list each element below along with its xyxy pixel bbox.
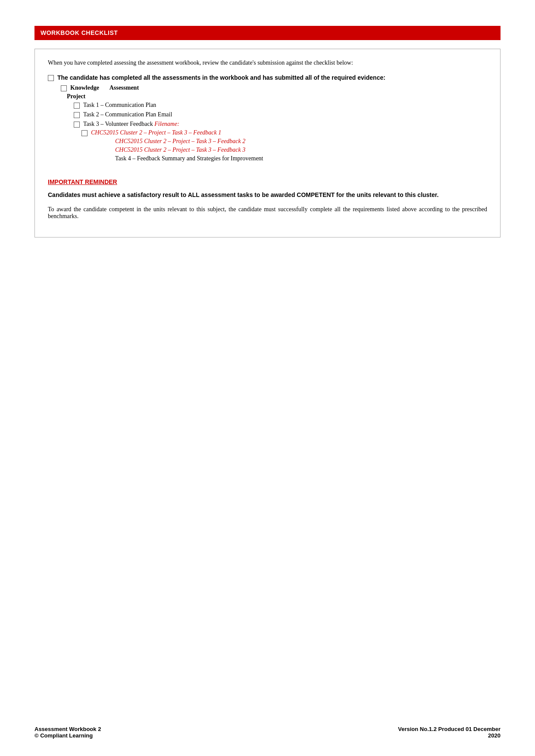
reminder-normal-text: To award the candidate competent in the … <box>48 206 487 220</box>
knowledge-row: Knowledge Assessment <box>61 84 487 91</box>
task3-file-checkbox[interactable] <box>81 130 88 136</box>
main-checkbox-row: The candidate has completed all the asse… <box>48 74 487 81</box>
task2-row: Task 2 – Communication Plan Email <box>74 111 487 118</box>
footer-right: Version No.1.2 Produced 01 December 2020 <box>398 726 501 739</box>
task3-file-checkbox-row: CHC52015 Cluster 2 – Project – Task 3 – … <box>81 129 487 136</box>
main-checkbox[interactable] <box>48 75 54 81</box>
task3-checkbox[interactable] <box>74 122 80 128</box>
task3-row: Task 3 – Volunteer Feedback Filename: <box>74 121 487 128</box>
workbook-checklist-header: WORKBOOK CHECKLIST <box>34 26 501 40</box>
footer: Assessment Workbook 2 © Compliant Learni… <box>34 726 501 739</box>
footer-left-line1: Assessment Workbook 2 <box>34 726 101 732</box>
important-reminder-section: IMPORTANT REMINDER Candidates must achie… <box>48 178 487 220</box>
footer-right-line1: Version No.1.2 Produced 01 December <box>398 726 501 732</box>
task2-label: Task 2 – Communication Plan Email <box>83 111 172 118</box>
task3-file2-row: CHC52015 Cluster 2 – Project – Task 3 – … <box>115 138 487 145</box>
footer-left: Assessment Workbook 2 © Compliant Learni… <box>34 726 101 739</box>
footer-right-line2: 2020 <box>398 732 501 739</box>
task4-label: Task 4 – Feedback Summary and Strategies… <box>115 155 263 162</box>
task1-row: Task 1 – Communication Plan <box>74 102 487 109</box>
task3-files-block: CHC52015 Cluster 2 – Project – Task 3 – … <box>81 129 487 162</box>
project-row: Project <box>61 93 487 100</box>
project-label: Project <box>61 93 85 100</box>
page: WORKBOOK CHECKLIST When you have complet… <box>0 0 535 756</box>
task3-file2: CHC52015 Cluster 2 – Project – Task 3 – … <box>115 138 245 144</box>
workbook-checklist-title: WORKBOOK CHECKLIST <box>41 29 118 36</box>
task3-file3: CHC52015 Cluster 2 – Project – Task 3 – … <box>115 147 245 153</box>
task3-label: Task 3 – Volunteer Feedback Filename: <box>83 121 179 128</box>
reminder-bold-text: Candidates must achieve a satisfactory r… <box>48 191 487 198</box>
main-label: The candidate has completed all the asse… <box>57 74 385 81</box>
checklist-box: When you have completed assessing the as… <box>34 49 501 237</box>
task2-checkbox[interactable] <box>74 112 80 118</box>
task3-file1: CHC52015 Cluster 2 – Project – Task 3 – … <box>91 129 221 136</box>
knowledge-checkbox[interactable] <box>61 85 67 91</box>
task1-label: Task 1 – Communication Plan <box>83 102 156 109</box>
task3-file3-row: CHC52015 Cluster 2 – Project – Task 3 – … <box>115 147 487 153</box>
knowledge-label: Knowledge Assessment <box>70 84 139 91</box>
intro-text: When you have completed assessing the as… <box>48 59 487 66</box>
footer-left-line2: © Compliant Learning <box>34 732 101 739</box>
task4-row: Task 4 – Feedback Summary and Strategies… <box>115 155 487 162</box>
task1-checkbox[interactable] <box>74 103 80 109</box>
important-reminder-title: IMPORTANT REMINDER <box>48 178 487 185</box>
